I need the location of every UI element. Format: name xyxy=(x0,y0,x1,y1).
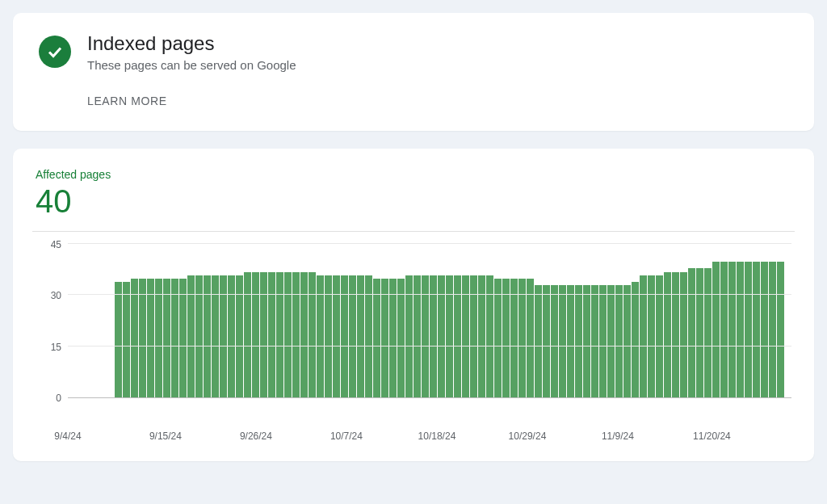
y-axis: 0153045 xyxy=(36,238,68,424)
x-tick-label: 9/15/24 xyxy=(149,430,182,442)
bar xyxy=(244,272,251,397)
x-tick-label: 11/20/24 xyxy=(693,430,731,442)
bar xyxy=(672,272,679,397)
bar xyxy=(155,279,162,397)
bar xyxy=(607,285,615,397)
bar xyxy=(163,279,170,397)
bar xyxy=(139,279,146,397)
bar xyxy=(591,285,598,397)
bar xyxy=(268,272,275,397)
bar xyxy=(252,272,259,397)
bar xyxy=(769,262,776,397)
y-tick-label: 45 xyxy=(51,239,61,250)
bar xyxy=(292,272,300,397)
bar xyxy=(543,285,550,397)
bar xyxy=(510,279,518,397)
bar xyxy=(599,285,607,397)
chart: 0153045 xyxy=(36,238,791,424)
bar xyxy=(664,272,671,397)
gridline xyxy=(68,243,791,244)
bar xyxy=(575,285,582,397)
bar xyxy=(737,262,744,397)
bar xyxy=(720,262,728,397)
bar xyxy=(397,279,405,397)
bar xyxy=(551,285,558,397)
bar xyxy=(494,279,502,397)
x-axis: 9/4/249/15/249/26/2410/7/2410/18/2410/29… xyxy=(68,430,791,445)
bar xyxy=(147,279,154,397)
bar xyxy=(696,268,703,397)
bar xyxy=(389,279,397,397)
bar xyxy=(115,282,122,397)
x-tick-label: 9/4/24 xyxy=(54,430,81,442)
y-tick-label: 30 xyxy=(51,290,61,301)
bar xyxy=(623,285,631,397)
bars-container xyxy=(68,245,791,397)
bar xyxy=(712,262,720,397)
y-tick-label: 0 xyxy=(56,393,61,404)
bar xyxy=(373,279,380,397)
x-tick-label: 9/26/24 xyxy=(240,430,272,442)
bar xyxy=(704,268,712,397)
learn-more-button[interactable]: LEARN MORE xyxy=(87,94,167,107)
bar xyxy=(171,279,178,397)
plot-area xyxy=(68,245,791,398)
bar xyxy=(583,285,590,397)
metric-value: 40 xyxy=(36,183,791,220)
x-tick-label: 10/7/24 xyxy=(330,430,363,442)
bar xyxy=(300,272,308,397)
bar xyxy=(309,272,316,397)
metric-label: Affected pages xyxy=(36,168,791,181)
bar xyxy=(260,272,267,397)
bar xyxy=(680,272,687,397)
bar xyxy=(615,285,623,397)
x-tick-label: 10/18/24 xyxy=(418,430,456,442)
bar xyxy=(777,262,784,397)
bar xyxy=(131,279,138,397)
card-header: Indexed pages These pages can be served … xyxy=(13,13,814,131)
bar xyxy=(535,285,542,397)
check-icon xyxy=(39,36,71,68)
indexed-pages-card: Indexed pages These pages can be served … xyxy=(13,13,814,131)
bar xyxy=(559,285,566,397)
bar xyxy=(745,262,752,397)
bar xyxy=(527,279,534,397)
affected-pages-card: Affected pages 40 0153045 9/4/249/15/249… xyxy=(13,149,814,461)
bar xyxy=(502,279,510,397)
bar xyxy=(753,262,760,397)
bar xyxy=(179,279,187,397)
x-tick-label: 10/29/24 xyxy=(509,430,547,442)
x-tick-label: 11/9/24 xyxy=(602,430,634,442)
y-tick-label: 15 xyxy=(51,342,61,353)
bar xyxy=(284,272,292,397)
bar xyxy=(761,262,768,397)
bar xyxy=(688,268,695,397)
gridline xyxy=(68,294,791,295)
bar xyxy=(381,279,388,397)
bar xyxy=(567,285,574,397)
bar xyxy=(632,282,639,397)
page-subtitle: These pages can be served on Google xyxy=(87,58,788,72)
gridline xyxy=(68,346,791,346)
page-title: Indexed pages xyxy=(87,32,788,55)
bar xyxy=(123,282,130,397)
bar xyxy=(518,279,526,397)
divider xyxy=(32,231,795,232)
bar xyxy=(276,272,283,397)
bar xyxy=(728,262,736,397)
